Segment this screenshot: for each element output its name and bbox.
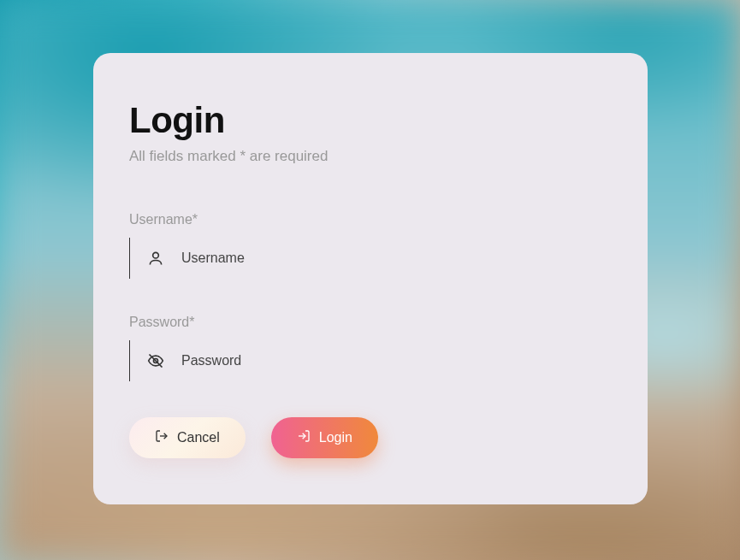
password-label: Password*	[129, 315, 612, 330]
password-field-group: Password*	[129, 315, 612, 381]
password-input-wrapper	[129, 340, 612, 381]
login-card: Login All fields marked * are required U…	[93, 53, 648, 504]
username-field-group: Username*	[129, 212, 612, 279]
login-button[interactable]: Login	[271, 417, 378, 458]
cancel-button[interactable]: Cancel	[129, 417, 246, 458]
login-icon	[297, 429, 311, 446]
user-icon	[147, 250, 164, 267]
password-input[interactable]	[181, 353, 612, 368]
button-row: Cancel Login	[129, 417, 612, 458]
svg-point-0	[153, 252, 159, 258]
subtitle-text: All fields marked * are required	[129, 148, 612, 165]
logout-icon	[155, 429, 169, 446]
cancel-button-label: Cancel	[177, 430, 220, 445]
login-button-label: Login	[319, 430, 352, 445]
page-title: Login	[129, 100, 612, 141]
username-label: Username*	[129, 212, 612, 227]
eye-off-icon[interactable]	[147, 352, 164, 369]
username-input-wrapper	[129, 238, 612, 279]
username-input[interactable]	[181, 251, 612, 266]
